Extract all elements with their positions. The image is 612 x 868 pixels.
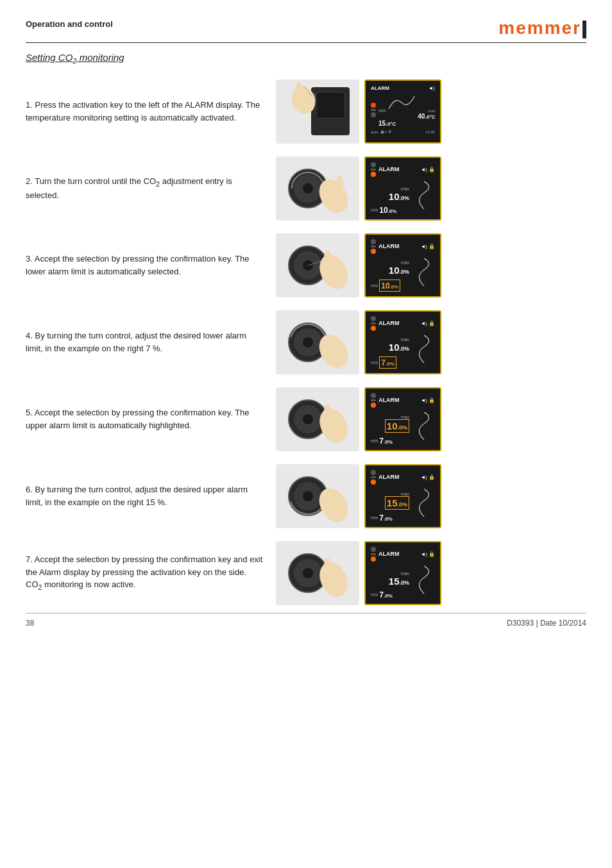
- hand-svg-6: [279, 465, 356, 526]
- hand-svg-4: [279, 312, 356, 372]
- alarm-label-1: ALARM: [371, 85, 389, 91]
- step-row-2: 2. Turn the turn control until the CO2 a…: [26, 153, 586, 224]
- alarm-panel-4: ALARM ◄) 🔒 max 10.0%: [364, 310, 441, 374]
- alarm-panel-3: ALARM ◄) 🔒 max 10.0%: [364, 233, 441, 297]
- step-images-1: ALARM ◄) min: [276, 79, 586, 144]
- step-num-4: 4.: [26, 331, 35, 340]
- header-title: Operation and control: [26, 19, 113, 29]
- step-text-7: 7. Accept the selection by pressing the …: [26, 553, 276, 592]
- step-row-4: 4. By turning the turn control, adjust t…: [26, 307, 586, 378]
- svg-point-8: [303, 183, 313, 194]
- logo-bar: [582, 21, 586, 38]
- step-num-3: 3.: [26, 254, 35, 263]
- step-row-6: 6. By turning the turn control, adjust t…: [26, 461, 586, 531]
- steps-container: 1. Press the activation key to the left …: [26, 76, 586, 615]
- alarm-panel-6: ALARM ◄) 🔒 max 15.0%: [364, 464, 441, 528]
- step-images-7: ALARM ◄) 🔒 max 15.0%: [276, 541, 586, 605]
- step-num-6: 6.: [26, 485, 35, 494]
- step-text-4: 4. By turning the turn control, adjust t…: [26, 330, 276, 355]
- svg-rect-1: [316, 92, 344, 118]
- hand-image-7: [276, 541, 359, 605]
- step-text-6: 6. By turning the turn control, adjust t…: [26, 483, 276, 508]
- hand-image-2: [276, 156, 359, 221]
- step-row-1: 1. Press the activation key to the left …: [26, 76, 586, 147]
- hand-image-6: [276, 464, 359, 528]
- doc-reference: D30393 | Date 10/2014: [507, 619, 586, 628]
- hand-svg-1: [279, 81, 356, 142]
- step-images-3: ALARM ◄) 🔒 max 10.0%: [276, 233, 586, 297]
- hand-image-3: [276, 233, 359, 297]
- svg-point-19: [303, 337, 313, 347]
- hand-svg-2: [279, 158, 356, 219]
- sound-icon-1: ◄): [428, 85, 435, 91]
- page-header: Operation and control memmer: [26, 19, 586, 43]
- step-row-7: 7. Accept the selection by pressing the …: [26, 538, 586, 608]
- hand-image-5: [276, 387, 359, 451]
- hand-image-4: [276, 310, 359, 374]
- step-row-3: 3. Accept the selection by pressing the …: [26, 230, 586, 301]
- hand-image-1: [276, 79, 359, 144]
- step-num-2: 2.: [26, 176, 35, 186]
- hand-svg-7: [279, 542, 356, 603]
- page-number: 38: [26, 619, 34, 628]
- svg-point-32: [303, 568, 313, 578]
- page-footer: 38 D30393 | Date 10/2014: [26, 613, 586, 628]
- alarm-panel-7: ALARM ◄) 🔒 max 15.0%: [364, 541, 441, 605]
- svg-point-23: [303, 414, 313, 424]
- logo: memmer: [498, 19, 586, 38]
- step-text-2: 2. Turn the turn control until the CO2 a…: [26, 175, 276, 201]
- step-text-1: 1. Press the activation key to the left …: [26, 99, 276, 124]
- hand-svg-5: [279, 388, 356, 449]
- alarm-panel-1: ALARM ◄) min: [364, 79, 441, 144]
- step-text-3: 3. Accept the selection by pressing the …: [26, 253, 276, 278]
- svg-point-28: [303, 491, 313, 501]
- step-num-1: 1.: [26, 100, 35, 110]
- step-text-5: 5. Accept the selection by pressing the …: [26, 406, 276, 431]
- step-images-2: ALARM ◄) 🔒 max 10.0%: [276, 156, 586, 221]
- alarm-panel-5: ALARM ◄) 🔒 max 10.0%: [364, 387, 441, 451]
- step-images-4: ALARM ◄) 🔒 max 10.0%: [276, 310, 586, 374]
- alarm-panel-2: ALARM ◄) 🔒 max 10.0%: [364, 156, 441, 221]
- hand-svg-3: [279, 235, 356, 296]
- step-images-6: ALARM ◄) 🔒 max 15.0%: [276, 464, 586, 528]
- logo-text: memmer: [498, 18, 581, 38]
- step-num-5: 5.: [26, 408, 35, 417]
- step-images-5: ALARM ◄) 🔒 max 10.0%: [276, 387, 586, 451]
- step-num-7: 7.: [26, 555, 35, 564]
- section-title: Setting CO2 monitoring: [26, 52, 586, 65]
- step-row-5: 5. Accept the selection by pressing the …: [26, 384, 586, 455]
